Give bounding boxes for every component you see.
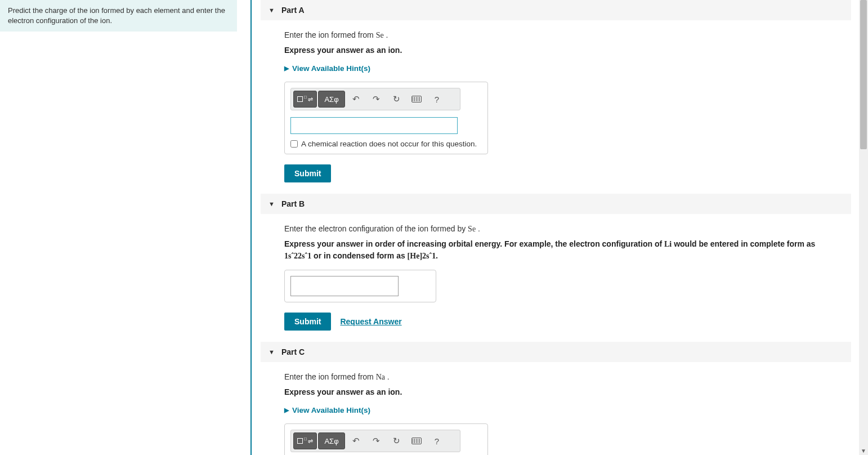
part-b-answer-input[interactable] — [290, 276, 399, 296]
part-c-express: Express your answer as an ion. — [284, 386, 829, 398]
part-a-body: Enter the ion formed from Se . Express y… — [267, 20, 829, 194]
part-c-toolbar: □⇌ ΑΣφ ↶ ↷ ↻ ? — [290, 430, 460, 452]
undo-button[interactable]: ↶ — [346, 432, 365, 449]
checkbox-label: A chemical reaction does not occur for t… — [301, 140, 477, 148]
part-a-answer-box: □⇌ ΑΣφ ↶ ↷ ↻ ? A chemical reaction does … — [284, 82, 488, 154]
template-icon: □⇌ — [297, 96, 313, 103]
template-icon: □⇌ — [297, 438, 313, 445]
instruction-text: Predict the charge of the ion formed by … — [8, 6, 225, 25]
part-b-express: Express your answer in order of increasi… — [284, 238, 829, 262]
caret-down-icon: ▼ — [269, 7, 275, 14]
part-c-body: Enter the ion formed from Na . Express y… — [267, 362, 829, 455]
redo-button[interactable]: ↷ — [366, 432, 386, 449]
scroll-thumb[interactable] — [860, 0, 867, 149]
part-c-prompt: Enter the ion formed from Na . — [284, 372, 829, 382]
keyboard-button[interactable] — [407, 432, 426, 449]
part-b-prompt: Enter the electron configuration of the … — [284, 224, 829, 234]
part-c-hints-link[interactable]: ▶ View Available Hint(s) — [284, 406, 829, 414]
right-panel: ▼ Part A Enter the ion formed from Se . … — [250, 0, 868, 455]
left-panel: Predict the charge of the ion formed by … — [0, 0, 250, 455]
part-b-answer-box — [284, 270, 436, 302]
part-a-prompt: Enter the ion formed from Se . — [284, 30, 829, 40]
request-answer-link[interactable]: Request Answer — [340, 317, 401, 326]
part-b-body: Enter the electron configuration of the … — [267, 214, 829, 342]
part-a-submit-button[interactable]: Submit — [284, 164, 331, 182]
part-c-header[interactable]: ▼ Part C — [261, 342, 851, 362]
reset-icon: ↻ — [393, 436, 400, 446]
part-a-checkbox-row: A chemical reaction does not occur for t… — [290, 140, 482, 148]
caret-down-icon: ▼ — [269, 349, 275, 355]
redo-button[interactable]: ↷ — [366, 91, 386, 108]
scrollbar[interactable]: ▼ — [859, 0, 868, 455]
template-button[interactable]: □⇌ — [293, 432, 317, 449]
greek-button[interactable]: ΑΣφ — [318, 432, 345, 449]
caret-right-icon: ▶ — [284, 65, 289, 72]
undo-icon: ↶ — [352, 94, 360, 104]
hints-label: View Available Hint(s) — [292, 406, 370, 414]
hints-label: View Available Hint(s) — [292, 64, 370, 73]
undo-icon: ↶ — [352, 436, 360, 446]
help-icon: ? — [435, 436, 439, 446]
scroll-down-arrow-icon[interactable]: ▼ — [859, 446, 868, 455]
reset-button[interactable]: ↻ — [387, 432, 406, 449]
caret-right-icon: ▶ — [284, 407, 289, 414]
redo-icon: ↷ — [373, 94, 380, 104]
part-a-label: Part A — [281, 6, 305, 15]
keyboard-icon — [411, 438, 422, 444]
part-a-express: Express your answer as an ion. — [284, 44, 829, 56]
instruction-box: Predict the charge of the ion formed by … — [0, 0, 237, 32]
help-button[interactable]: ? — [427, 432, 446, 449]
part-c-answer-box: □⇌ ΑΣφ ↶ ↷ ↻ ? — [284, 423, 488, 455]
help-button[interactable]: ? — [427, 91, 446, 108]
part-b-submit-button[interactable]: Submit — [284, 313, 331, 331]
part-b-header[interactable]: ▼ Part B — [261, 194, 851, 214]
part-b-label: Part B — [281, 199, 305, 208]
template-button[interactable]: □⇌ — [293, 91, 317, 108]
part-a-toolbar: □⇌ ΑΣφ ↶ ↷ ↻ ? — [290, 88, 460, 110]
reset-icon: ↻ — [393, 94, 400, 104]
keyboard-icon — [411, 96, 422, 102]
part-a-answer-input[interactable] — [290, 117, 458, 134]
undo-button[interactable]: ↶ — [346, 91, 365, 108]
keyboard-button[interactable] — [407, 91, 426, 108]
greek-button[interactable]: ΑΣφ — [318, 91, 345, 108]
part-c-label: Part C — [281, 347, 305, 356]
caret-down-icon: ▼ — [269, 200, 275, 207]
help-icon: ? — [435, 95, 439, 104]
redo-icon: ↷ — [373, 436, 380, 446]
part-a-header[interactable]: ▼ Part A — [261, 0, 851, 20]
part-a-hints-link[interactable]: ▶ View Available Hint(s) — [284, 64, 829, 73]
no-reaction-checkbox[interactable] — [290, 140, 298, 148]
reset-button[interactable]: ↻ — [387, 91, 406, 108]
